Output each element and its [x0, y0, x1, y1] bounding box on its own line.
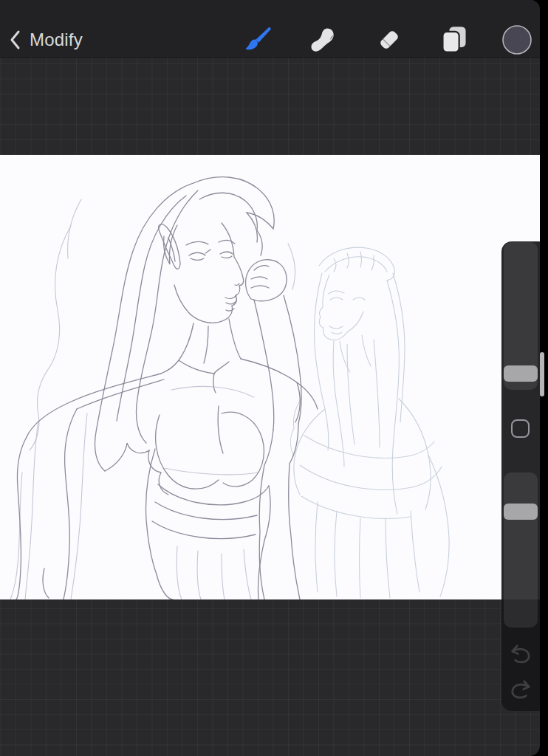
drawing-canvas[interactable] [0, 155, 540, 599]
color-swatch-circle [501, 24, 532, 55]
side-toolbar [501, 241, 540, 711]
brush-size-handle[interactable] [504, 365, 538, 382]
back-button-label: Modify [30, 24, 83, 56]
layers-icon [440, 25, 468, 55]
procreate-window: Modify [0, 0, 540, 756]
paintbrush-icon [243, 25, 273, 55]
sketch-artwork [0, 155, 540, 599]
smudge-finger-icon [309, 26, 337, 54]
eraser-icon [374, 25, 404, 55]
undo-arrow-icon [509, 643, 532, 665]
color-swatch-button[interactable] [501, 24, 533, 56]
modify-square-button[interactable] [511, 419, 530, 438]
opacity-handle[interactable] [504, 504, 538, 520]
undo-button[interactable] [508, 642, 533, 667]
opacity-slider[interactable] [504, 472, 538, 628]
paint-tool-button[interactable] [242, 24, 274, 56]
smudge-tool-button[interactable] [306, 24, 339, 56]
top-toolbar: Modify [0, 0, 540, 58]
chevron-left-icon [9, 30, 21, 50]
redo-arrow-icon [509, 678, 532, 701]
brush-size-slider[interactable] [504, 242, 538, 390]
eraser-tool-button[interactable] [373, 24, 405, 56]
modify-back-button[interactable]: Modify [9, 24, 83, 56]
redo-button[interactable] [508, 677, 533, 702]
layers-tool-button[interactable] [438, 24, 470, 56]
system-scroll-indicator[interactable] [540, 352, 544, 396]
